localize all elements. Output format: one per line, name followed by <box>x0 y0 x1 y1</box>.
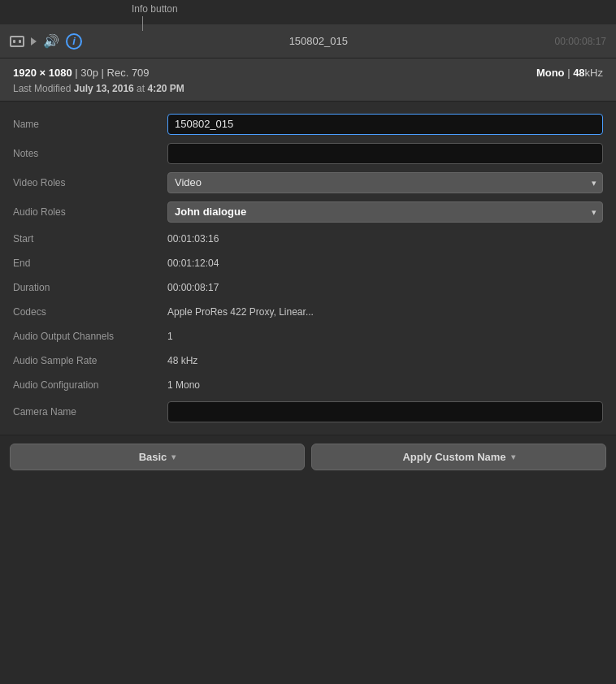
field-label-audio-output-channels: Audio Output Channels <box>13 331 167 342</box>
field-input-notes[interactable] <box>167 143 603 164</box>
field-row: Notes <box>0 139 616 168</box>
field-value-start: 00:01:03:16 <box>167 233 603 245</box>
field-row: Audio Sample Rate48 kHz <box>0 348 616 373</box>
field-select-audio-roles[interactable]: John dialogueDialogueMusicEffects <box>167 201 603 223</box>
field-value-audio-sample-rate: 48 kHz <box>167 355 603 366</box>
field-row: End00:01:12:04 <box>0 251 616 275</box>
info-panel: 1920 × 1080 | 30p | Rec. 709 Mono | 48kH… <box>0 58 616 102</box>
info-specs-left: 1920 × 1080 | 30p | Rec. 709 <box>13 65 150 81</box>
field-row: Name <box>0 110 616 139</box>
flag-icon <box>31 37 37 45</box>
field-label-start: Start <box>13 233 167 245</box>
field-row: Camera Name <box>0 397 616 426</box>
field-label-notes: Notes <box>13 148 167 159</box>
field-row: Audio Configuration1 Mono <box>0 373 616 397</box>
field-row: Duration00:00:08:17 <box>0 275 616 300</box>
field-label-audio-sample-rate: Audio Sample Rate <box>13 355 167 366</box>
field-input-name[interactable] <box>167 114 603 135</box>
info-specs-text: | 30p | Rec. 709 <box>72 67 150 79</box>
field-label-audio-configuration: Audio Configuration <box>13 379 167 391</box>
info-button[interactable]: i <box>66 33 82 50</box>
field-label-name: Name <box>13 119 167 130</box>
select-wrapper-audio-roles: John dialogueDialogueMusicEffects <box>167 201 603 223</box>
info-modified-label: Last Modified <box>13 83 74 94</box>
field-value-codecs: Apple ProRes 422 Proxy, Linear... <box>167 306 603 318</box>
apply-chevron-icon: ▾ <box>511 452 515 461</box>
toolbar-title: 150802_015 <box>82 35 555 47</box>
basic-chevron-icon: ▾ <box>171 452 176 461</box>
basic-button[interactable]: Basic ▾ <box>10 444 305 470</box>
info-modified-at: at <box>134 83 148 94</box>
select-wrapper-video-roles: VideoTitlesB-Roll <box>167 172 603 193</box>
toolbar-icons: 🔊 i <box>10 33 82 50</box>
info-modified-row: Last Modified July 13, 2016 at 4:20 PM <box>13 83 603 94</box>
basic-label: Basic <box>139 451 167 463</box>
info-modified-date: July 13, 2016 <box>74 83 134 94</box>
film-icon <box>10 36 24 47</box>
field-label-end: End <box>13 258 167 269</box>
field-label-audio-roles: Audio Roles <box>13 206 167 218</box>
info-specs-row: 1920 × 1080 | 30p | Rec. 709 Mono | 48kH… <box>13 65 603 81</box>
annotation-container: Info button 🔊 i 150802_015 00:00:08:17 <box>0 0 616 58</box>
annotation-line <box>142 16 143 31</box>
info-audio-unit: kHz <box>585 67 603 79</box>
info-audio-right: Mono | 48kHz <box>536 65 603 81</box>
info-pipe: | <box>565 67 574 79</box>
field-value-audio-configuration: 1 Mono <box>167 379 603 391</box>
apply-label: Apply Custom Name <box>402 451 505 463</box>
field-row: Start00:01:03:16 <box>0 227 616 251</box>
field-label-codecs: Codecs <box>13 306 167 318</box>
field-select-video-roles[interactable]: VideoTitlesB-Roll <box>167 172 603 193</box>
field-row: Audio RolesJohn dialogueDialogueMusicEff… <box>0 197 616 227</box>
info-resolution: 1920 × 1080 <box>13 67 72 79</box>
field-input-camera-name[interactable] <box>167 401 603 422</box>
fields-container: NameNotesVideo RolesVideoTitlesB-RollAud… <box>0 102 616 435</box>
field-row: CodecsApple ProRes 422 Proxy, Linear... <box>0 300 616 324</box>
field-value-audio-output-channels: 1 <box>167 331 603 342</box>
toolbar: 🔊 i 150802_015 00:00:08:17 <box>0 24 616 58</box>
toolbar-timecode: 00:00:08:17 <box>555 36 606 47</box>
field-row: Audio Output Channels1 <box>0 324 616 348</box>
field-value-end: 00:01:12:04 <box>167 258 603 269</box>
field-label-video-roles: Video Roles <box>13 177 167 188</box>
speaker-icon: 🔊 <box>43 33 59 49</box>
apply-custom-name-button[interactable]: Apply Custom Name ▾ <box>311 444 606 470</box>
info-modified-time: 4:20 PM <box>147 83 184 94</box>
field-label-duration: Duration <box>13 282 167 293</box>
footer: Basic ▾ Apply Custom Name ▾ <box>0 435 616 478</box>
field-label-camera-name: Camera Name <box>13 406 167 418</box>
field-row: Video RolesVideoTitlesB-Roll <box>0 168 616 197</box>
field-value-duration: 00:00:08:17 <box>167 282 603 293</box>
info-audio-rate: 48 <box>573 67 584 79</box>
info-audio: Mono <box>536 67 565 79</box>
annotation-text: Info button <box>132 3 178 15</box>
